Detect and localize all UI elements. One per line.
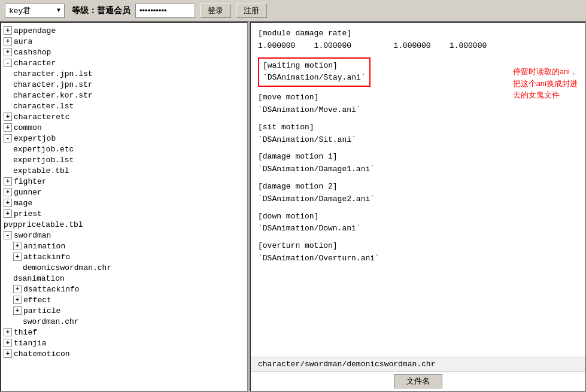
sit-motion-file: `DSAnimation/Sit.ani`	[258, 134, 578, 147]
waiting-motion-label: [waiting motion]	[263, 60, 366, 72]
tree-item-chatemoticon[interactable]: + chatemoticon	[1, 348, 247, 359]
status-bar: character/swordman/demonicswordman.chr	[251, 357, 585, 371]
tree-label: character.jpn.str	[13, 80, 93, 89]
tree-item-char-kor-str[interactable]: character.kor.str	[1, 90, 247, 101]
tree-item-attackinfo[interactable]: + attackinfo	[1, 251, 247, 262]
register-button[interactable]: 注册	[236, 4, 267, 18]
tree-label: expertjob.lst	[13, 156, 74, 165]
file-name-area: 文件名	[251, 371, 585, 391]
annotation-line1: 停留时读取的ani，	[513, 67, 578, 76]
password-input[interactable]	[135, 4, 195, 18]
tree-label: character.jpn.lst	[13, 69, 93, 78]
expand-icon: +	[13, 285, 22, 293]
expand-icon: +	[4, 188, 12, 196]
tree-item-tianjia[interactable]: + tianjia	[1, 338, 247, 348]
tree-item-characteretc[interactable]: + characteretc	[1, 111, 247, 122]
tree-label: mage	[14, 199, 32, 208]
tree-label: swordman.chr	[23, 317, 79, 326]
tree-item-expertjob[interactable]: - expertjob	[1, 133, 247, 144]
tree-item-particle[interactable]: + particle	[1, 305, 247, 316]
tree-item-char-jpn-str[interactable]: character.jpn.str	[1, 79, 247, 90]
tree-item-effect[interactable]: + effect	[1, 294, 247, 305]
tree-item-cashshop[interactable]: + cashshop	[1, 47, 247, 57]
tree-label: pvppricetable.tbl	[4, 220, 83, 229]
tree-label: effect	[23, 296, 51, 305]
collapse-icon: -	[4, 134, 12, 142]
tree-item-common[interactable]: + common	[1, 122, 247, 133]
module-damage-values: 1.000000 1.000000 1.000000 1.000000	[258, 40, 578, 53]
overturn-file: `DSAnimation/Overturn.ani`	[258, 253, 578, 265]
tree-label: dsanimation	[13, 274, 65, 283]
tree-item-thief[interactable]: + thief	[1, 327, 247, 338]
expand-icon: +	[4, 339, 12, 347]
expand-icon: +	[4, 48, 12, 56]
tree-item-character[interactable]: - character	[1, 57, 247, 68]
tree-item-priest[interactable]: + priest	[1, 208, 247, 219]
login-button[interactable]: 登录	[200, 4, 231, 18]
expand-icon: +	[4, 328, 12, 336]
tree-label: dsattackinfo	[23, 285, 80, 294]
tree-label: demonicswordman.chr	[23, 263, 111, 272]
tree-label: expertjob.etc	[13, 145, 74, 154]
expand-icon: +	[13, 306, 22, 315]
tree-item-char-jpn-lst[interactable]: character.jpn.lst	[1, 68, 247, 79]
damage1-file: `DSAnimation/Damage1.ani`	[258, 163, 578, 176]
damage2-file: `DSAnimation/Damage2.ani`	[258, 193, 578, 206]
expand-icon: +	[4, 199, 12, 207]
tree-item-exptable-tbl[interactable]: exptable.tbl	[1, 165, 247, 176]
move-motion-file: `DSAnimation/Move.ani`	[258, 104, 578, 117]
annotation-line3: 去的女鬼文件	[513, 90, 560, 99]
tree-item-swordman-chr[interactable]: swordman.chr	[1, 316, 247, 327]
user-name: key君	[9, 5, 31, 16]
tree-item-fighter[interactable]: + fighter	[1, 176, 247, 187]
expand-icon: +	[4, 177, 12, 186]
tree-item-char-lst[interactable]: character.lst	[1, 101, 247, 111]
sit-motion-label: [sit motion]	[258, 121, 578, 134]
expand-icon: +	[13, 253, 22, 261]
content-area: 停留时读取的ani， 把这个ani换成封进 去的女鬼文件 [module dam…	[251, 23, 585, 357]
collapse-icon: -	[4, 59, 12, 67]
module-damage-label: [module damage rate]	[258, 28, 578, 40]
tree-item-dsattackinfo[interactable]: + dsattackinfo	[1, 284, 247, 294]
tree-item-aura[interactable]: + aura	[1, 36, 247, 47]
expand-icon: +	[4, 26, 12, 35]
sit-section: [sit motion] `DSAnimation/Sit.ani`	[258, 121, 578, 147]
tree-item-dsanimation[interactable]: dsanimation	[1, 273, 247, 284]
tree-label: particle	[23, 306, 60, 315]
annotation-text: 停留时读取的ani， 把这个ani换成封进 去的女鬼文件	[513, 66, 578, 101]
tree-item-gunner[interactable]: + gunner	[1, 187, 247, 197]
tree-label: common	[14, 123, 42, 132]
tree-item-swordman[interactable]: - swordman	[1, 230, 247, 241]
tree-label: character	[14, 59, 56, 68]
down-file: `DSAnimation/Down.ani`	[258, 223, 578, 235]
tree-item-expertjob-etc[interactable]: expertjob.etc	[1, 144, 247, 154]
down-section: [down motion] `DSAnimation/Down.ani`	[258, 211, 578, 236]
tree-item-mage[interactable]: + mage	[1, 197, 247, 208]
tree-item-demonicswordman-chr[interactable]: demonicswordman.chr	[1, 262, 247, 273]
damage2-section: [damage motion 2] `DSAnimation/Damage2.a…	[258, 181, 578, 206]
expand-icon: +	[4, 123, 12, 132]
expand-icon: +	[4, 209, 12, 218]
overturn-section: [overturn motion] `DSAnimation/Overturn.…	[258, 240, 578, 265]
tree-label: appendage	[14, 26, 56, 35]
tree-label: tianjia	[14, 339, 47, 348]
status-path: character/swordman/demonicswordman.chr	[258, 360, 435, 369]
tree-label: thief	[14, 328, 37, 337]
tree-label: attackinfo	[23, 253, 70, 262]
tree-label: animation	[23, 242, 65, 251]
waiting-motion-file: `DSAnimation/Stay.ani`	[263, 72, 366, 84]
damage1-section: [damage motion 1] `DSAnimation/Damage1.a…	[258, 151, 578, 176]
top-bar: key君 ▼ 等级：普通会员 登录 注册	[0, 0, 586, 22]
tree-label: swordman	[14, 231, 51, 240]
file-tree[interactable]: + appendage + aura + cashshop - characte…	[0, 22, 248, 392]
main-layout: + appendage + aura + cashshop - characte…	[0, 22, 586, 392]
collapse-icon: -	[4, 231, 12, 239]
file-name-label: 文件名	[394, 374, 442, 388]
tree-item-expertjob-lst[interactable]: expertjob.lst	[1, 154, 247, 165]
tree-label: character.lst	[13, 102, 74, 111]
tree-item-appendage[interactable]: + appendage	[1, 25, 247, 36]
tree-item-animation[interactable]: + animation	[1, 241, 247, 251]
tree-label: priest	[14, 209, 42, 218]
tree-item-pvppricetable[interactable]: pvppricetable.tbl	[1, 219, 247, 230]
user-dropdown[interactable]: key君 ▼	[5, 4, 65, 18]
